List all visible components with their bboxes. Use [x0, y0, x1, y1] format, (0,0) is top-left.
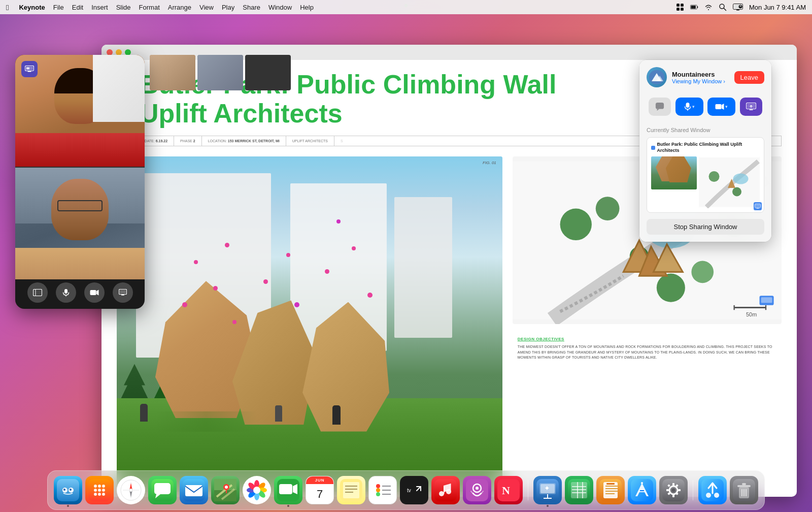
wifi-icon[interactable] — [704, 3, 713, 11]
fig-label: FIG. 01 — [483, 161, 496, 165]
dock-icon-reminders[interactable] — [368, 476, 397, 504]
dock-icon-finder[interactable] — [54, 476, 82, 504]
dock-icon-keynote[interactable]: ✦ — [533, 476, 562, 504]
dock-icon-facetime[interactable] — [274, 476, 302, 504]
facetime-window — [15, 55, 145, 309]
svg-rect-94 — [185, 485, 202, 496]
facetime-sharescreen-btn[interactable] — [113, 282, 133, 303]
dock-icon-maps[interactable] — [211, 476, 240, 504]
popover-video-btn[interactable]: ▾ — [707, 98, 735, 116]
svg-rect-167 — [666, 489, 669, 491]
dock-icon-messages[interactable] — [148, 476, 177, 504]
dock-icon-safari[interactable] — [117, 476, 145, 504]
dock-icon-mail[interactable] — [180, 476, 208, 504]
menu-item-slide[interactable]: Slide — [116, 4, 131, 11]
dock-icon-photos[interactable] — [243, 476, 271, 504]
menu-item-help[interactable]: Help — [300, 4, 314, 11]
dock-icon-music[interactable] — [431, 476, 460, 504]
dock: JUN 7 — [47, 470, 765, 510]
battery-icon[interactable] — [690, 3, 698, 11]
svg-rect-127 — [403, 479, 425, 501]
preview-side-thumb — [699, 156, 760, 208]
facetime-sidebar-btn[interactable] — [27, 282, 48, 303]
popover-share-screen-btn[interactable] — [740, 98, 762, 116]
dock-icon-appstore[interactable] — [628, 476, 656, 504]
popover-header: Mountaineers Viewing My Window › Leave — [647, 67, 764, 87]
svg-rect-21 — [90, 290, 96, 295]
menu-item-file[interactable]: File — [53, 4, 64, 11]
menu-bar-right: Mon Jun 7 9:41 AM — [676, 3, 806, 11]
menu-item-play[interactable]: Play — [222, 4, 234, 11]
svg-rect-67 — [57, 479, 79, 501]
slide-meta-architects: UPLIFT ARCHITECTS — [286, 136, 334, 146]
popover-group-info: Mountaineers Viewing My Window › — [647, 67, 725, 87]
dock-icon-calendar[interactable]: JUN 7 — [306, 476, 334, 504]
svg-point-60 — [709, 171, 720, 182]
menu-item-window[interactable]: Window — [268, 4, 292, 11]
slide-main-image: FIG. 01 — [117, 156, 502, 492]
popover-controls-row: ▾ ▾ — [647, 93, 764, 120]
svg-marker-50 — [657, 109, 660, 111]
menu-item-format[interactable]: Format — [139, 4, 160, 11]
dock-icon-appletv[interactable]: tv — [400, 476, 428, 504]
svg-rect-150 — [577, 482, 578, 498]
menu-item-insert[interactable]: Insert — [91, 4, 108, 11]
svg-rect-166 — [672, 495, 674, 497]
menu-item-arrange[interactable]: Arrange — [168, 4, 191, 11]
dock-icon-numbers[interactable] — [565, 476, 593, 504]
svg-point-110 — [253, 487, 260, 494]
svg-point-33 — [691, 261, 714, 283]
svg-point-76 — [94, 489, 97, 492]
svg-point-121 — [376, 484, 380, 488]
popover-chat-btn[interactable] — [649, 98, 671, 116]
svg-point-122 — [376, 488, 380, 492]
svg-text:50m: 50m — [746, 311, 757, 317]
facetime-mute-btn[interactable] — [56, 282, 76, 303]
menu-app-name[interactable]: Keynote — [19, 4, 45, 11]
svg-point-30 — [560, 209, 591, 240]
svg-rect-0 — [676, 4, 680, 7]
svg-rect-158 — [606, 483, 615, 485]
stop-sharing-button[interactable]: Stop Sharing Window — [647, 219, 764, 235]
apple-logo[interactable]:  — [6, 3, 9, 12]
svg-line-8 — [724, 8, 726, 11]
shared-section-label: Currently Shared Window — [647, 127, 764, 133]
search-icon[interactable] — [719, 3, 727, 11]
dock-finder-dot — [67, 505, 69, 507]
svg-point-99 — [225, 486, 228, 489]
dock-icon-system-preferences[interactable] — [659, 476, 688, 504]
dock-icon-podcasts[interactable] — [463, 476, 491, 504]
menu-item-view[interactable]: View — [199, 4, 214, 11]
svg-rect-15 — [28, 71, 31, 72]
preview-title-bar: Butler Park: Public Climbing Wall Uplift… — [651, 142, 760, 153]
svg-point-74 — [98, 485, 101, 488]
dock-icon-trash[interactable] — [730, 476, 758, 504]
svg-point-61 — [732, 187, 741, 197]
dock-icon-airdrop[interactable] — [698, 476, 727, 504]
svg-rect-65 — [756, 204, 760, 207]
svg-rect-16 — [26, 68, 29, 70]
slide-meta-location: LOCATION: 153 MERRICK ST, DETROIT, MI — [202, 136, 286, 146]
preview-thumb-main — [651, 156, 697, 189]
leave-button[interactable]: Leave — [734, 71, 764, 84]
facetime-camera-btn[interactable] — [84, 282, 105, 303]
svg-point-79 — [94, 493, 97, 496]
menu-bar:  Keynote File Edit Insert Slide Format … — [0, 0, 812, 14]
screen-share-menu-icon[interactable] — [733, 3, 743, 11]
dock-icon-notes[interactable] — [337, 476, 365, 504]
dock-icon-news[interactable]: N — [494, 476, 523, 504]
popover-mic-btn[interactable]: ▾ — [675, 98, 703, 116]
svg-rect-24 — [120, 290, 126, 294]
svg-rect-53 — [716, 104, 722, 109]
svg-rect-91 — [154, 483, 171, 494]
dock-icon-launchpad[interactable] — [85, 476, 114, 504]
svg-text:✦: ✦ — [544, 484, 550, 492]
menu-item-edit[interactable]: Edit — [72, 4, 83, 11]
popover-viewing-subtitle[interactable]: Viewing My Window › — [672, 78, 725, 84]
svg-rect-151 — [582, 482, 583, 498]
menu-item-share[interactable]: Share — [243, 4, 260, 11]
svg-point-71 — [70, 489, 72, 491]
svg-rect-19 — [64, 289, 67, 294]
control-center-icon[interactable] — [676, 3, 684, 11]
dock-icon-pages[interactable] — [596, 476, 625, 504]
